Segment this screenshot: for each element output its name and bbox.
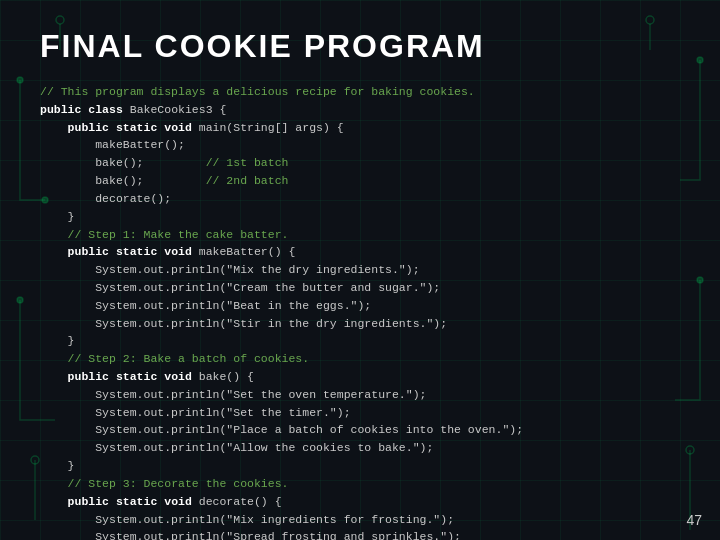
- code-line-12: System.out.println("Beat in the eggs.");: [40, 297, 680, 315]
- code-line-14: }: [40, 332, 680, 350]
- code-line-13: System.out.println("Stir in the dry ingr…: [40, 315, 680, 333]
- code-line-5: bake(); // 2nd batch: [40, 172, 680, 190]
- code-line-22: // Step 3: Decorate the cookies.: [40, 475, 680, 493]
- code-line-10: System.out.println("Mix the dry ingredie…: [40, 261, 680, 279]
- code-line-6: decorate();: [40, 190, 680, 208]
- code-line-25: System.out.println("Spread frosting and …: [40, 528, 680, 540]
- code-line-8: // Step 1: Make the cake batter.: [40, 226, 680, 244]
- page-title: FINAL COOKIE PROGRAM: [40, 28, 680, 65]
- code-line-1: public class BakeCookies3 {: [40, 101, 680, 119]
- main-content: FINAL COOKIE PROGRAM // This program dis…: [0, 0, 720, 540]
- code-line-16: public static void bake() {: [40, 368, 680, 386]
- code-line-24: System.out.println("Mix ingredients for …: [40, 511, 680, 529]
- code-line-23: public static void decorate() {: [40, 493, 680, 511]
- code-line-18: System.out.println("Set the timer.");: [40, 404, 680, 422]
- code-line-15: // Step 2: Bake a batch of cookies.: [40, 350, 680, 368]
- code-line-17: System.out.println("Set the oven tempera…: [40, 386, 680, 404]
- code-line-7: }: [40, 208, 680, 226]
- code-line-11: System.out.println("Cream the butter and…: [40, 279, 680, 297]
- code-line-4: bake(); // 1st batch: [40, 154, 680, 172]
- code-line-2: public static void main(String[] args) {: [40, 119, 680, 137]
- code-line-19: System.out.println("Place a batch of coo…: [40, 421, 680, 439]
- code-block: // This program displays a delicious rec…: [40, 83, 680, 540]
- comment-header: // This program displays a delicious rec…: [40, 83, 680, 101]
- code-line-3: makeBatter();: [40, 136, 680, 154]
- page-number: 47: [686, 512, 702, 528]
- code-line-20: System.out.println("Allow the cookies to…: [40, 439, 680, 457]
- code-line-9: public static void makeBatter() {: [40, 243, 680, 261]
- code-line-21: }: [40, 457, 680, 475]
- comment-text: // This program displays a delicious rec…: [40, 85, 475, 98]
